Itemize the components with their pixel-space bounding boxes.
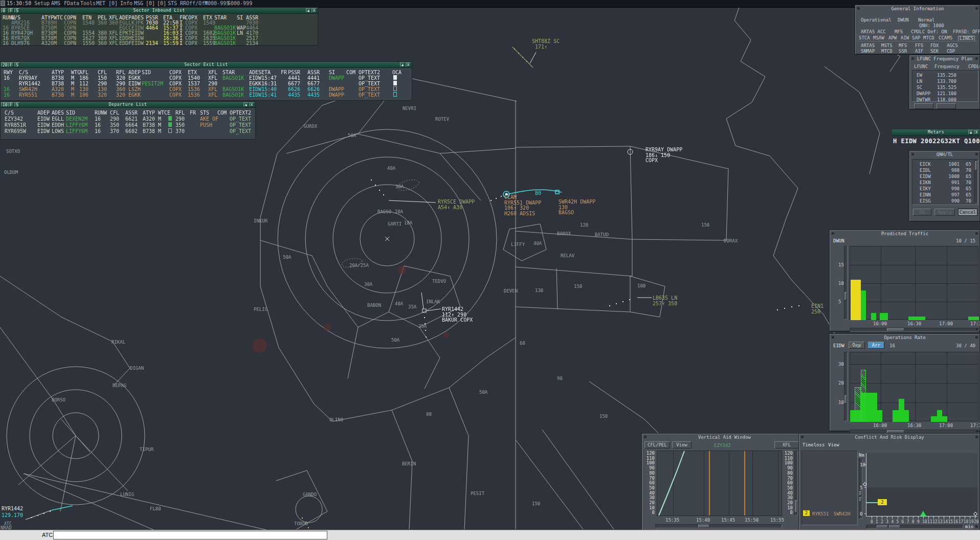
- departure-row0-cell-6[interactable]: 6621: [125, 117, 138, 122]
- exit-row0-cell-20[interactable]: OP_TEXT: [359, 76, 380, 81]
- departure-row0-cell-0[interactable]: EZY342: [5, 117, 23, 122]
- exit-row0-cell-3[interactable]: M: [71, 76, 74, 81]
- menu-item-rroffoff[interactable]: RROff/Off: [180, 1, 208, 7]
- exit-row0-cell-7[interactable]: EGKK: [128, 76, 141, 81]
- exit-row1-cell-7[interactable]: EIDW: [128, 81, 141, 86]
- exit-row0-cell-5[interactable]: 150: [98, 76, 107, 81]
- waypoint-depag[interactable]: DEPAG: [113, 384, 126, 388]
- exit-row3-cell-14[interactable]: 15:41: [261, 93, 277, 98]
- exit-row2-cell-13[interactable]: EIDW: [249, 87, 261, 92]
- exit-row2-cell-12[interactable]: BAGSO1K: [222, 87, 244, 92]
- waypoint-deven[interactable]: DEVEN: [504, 289, 518, 294]
- exit-row3-cell-12[interactable]: BAGSO1K: [222, 93, 244, 98]
- departure-row0-cell-14[interactable]: OP_TEXT: [230, 117, 251, 122]
- waypoint-inkur[interactable]: INKUR: [254, 219, 268, 223]
- waypoint-pesit[interactable]: PESIT: [471, 491, 484, 496]
- waypoint-borso[interactable]: BORSO: [52, 398, 65, 402]
- departure-row0-cell-7[interactable]: A320: [143, 117, 155, 122]
- menu-item-0[interactable]: [0]: [146, 1, 155, 7]
- departure-row2-cell-8[interactable]: M: [158, 129, 161, 134]
- vaw-vscrollbar[interactable]: [794, 451, 798, 516]
- qnh-row-qnh[interactable]: 1001: [944, 162, 960, 167]
- departure-close-icon[interactable]: X: [249, 102, 254, 107]
- conflict-entry-rank[interactable]: 2: [803, 510, 810, 516]
- departure-row2-cell-6[interactable]: 6602: [125, 129, 138, 134]
- departure-row2-cell-5[interactable]: 370: [110, 129, 119, 134]
- conflict-list-pane[interactable]: 2RYR551SWR42H: [801, 451, 858, 525]
- exit-row2-cell-9[interactable]: COPX: [169, 87, 182, 92]
- inbound-row4-cell-12[interactable]: I: [180, 41, 183, 46]
- conflict-entry-callsign1[interactable]: RYR551: [812, 511, 829, 516]
- exit-row0-cell-2[interactable]: B738: [52, 76, 64, 81]
- departure-row2-cell-10[interactable]: 370: [175, 129, 185, 134]
- freq-row-lfunc[interactable]: DWAPP: [917, 91, 930, 96]
- aircraft-label-80[interactable]: 80: [535, 191, 541, 196]
- inbound-minimize-icon[interactable]: ▲: [306, 8, 311, 13]
- inbound-row1-cell-10[interactable]: 4464: [146, 26, 158, 31]
- exit-row0-cell-10[interactable]: 1540: [188, 76, 200, 81]
- freq-row-lfunc[interactable]: DWTWR: [917, 97, 930, 102]
- inbound-row4-cell-6[interactable]: 360: [98, 41, 107, 46]
- window-conflict-risk-display[interactable]: Conflict And Risk DisplayTimelossView2RY…: [799, 434, 980, 540]
- aircraft-label-ryr1442[interactable]: RYR1442112↑ 290BAKUR COPX: [442, 307, 473, 323]
- aircraft-label-clam[interactable]: CLAMRYR551 DWAPP106↑ 320H260 ADSIS: [504, 195, 541, 216]
- window-metars[interactable]: Metars▲XH EIDW 20022G32KT Q1000: [892, 129, 980, 145]
- exit-row1-cell-11[interactable]: 290: [208, 81, 217, 86]
- freq-row-frequency[interactable]: 135.525: [937, 85, 956, 90]
- waypoint-rikal[interactable]: RIKAL: [112, 340, 125, 345]
- window-window-operations-rate[interactable]: Operations RateEIDWDepArr1630 / 40302010…: [830, 334, 980, 431]
- geninfo-item-msts[interactable]: MSTS: [881, 43, 893, 48]
- freq-row-frequency[interactable]: 135.250: [937, 73, 956, 78]
- exit-row3-cell-3[interactable]: M: [71, 93, 74, 98]
- geninfo-item-dwun[interactable]: DWUN: [898, 18, 909, 22]
- operations-rate-vscrollbar-thumb[interactable]: [844, 395, 847, 403]
- qnh-scrollbar-thumb[interactable]: [975, 161, 977, 170]
- departure-row0-cell-4[interactable]: 16: [95, 117, 101, 122]
- departure-row1-cell-7[interactable]: B738: [143, 123, 155, 128]
- waypoint-digan[interactable]: DIGAN: [130, 366, 144, 371]
- geninfo-item-sek[interactable]: SEK: [930, 49, 939, 54]
- exit-row2-cell-14[interactable]: 15:40: [261, 87, 277, 92]
- geninfo-item-ssr[interactable]: SSR: [899, 49, 907, 54]
- exit-row0-cell-0[interactable]: 16: [4, 76, 10, 81]
- exit-row0-cell-14[interactable]: 15:47: [261, 76, 277, 81]
- geninfo-item-stca[interactable]: STCA: [859, 36, 870, 40]
- departure-row1-cell-5[interactable]: 350: [110, 123, 119, 128]
- departure-row0-cell-3[interactable]: DEXEN2M: [66, 117, 87, 122]
- waypoint-barox[interactable]: BAROX: [557, 232, 571, 236]
- aircraft-label-ryr9ay[interactable]: RYR9AY DWAPP186↓ 150COPX: [645, 147, 682, 164]
- exit-row1-cell-2[interactable]: B738: [52, 81, 64, 86]
- geninfo-item-fpasdoff[interactable]: FPASD: OFF: [953, 30, 980, 34]
- window-departure[interactable]: 10FSDeparture List▲XC/SADEPADESSIDRUNWCF…: [0, 101, 256, 140]
- exit-row3-cell-4[interactable]: 106: [79, 93, 88, 98]
- departure-row1-cell-14[interactable]: OP_TEXT: [230, 123, 251, 128]
- conflict-view-label[interactable]: View: [828, 442, 839, 447]
- conflict-vslider-thumb2[interactable]: [859, 497, 862, 502]
- waypoint-gando[interactable]: GANDO: [303, 492, 317, 497]
- inbound-row4-cell-3[interactable]: M: [54, 41, 57, 46]
- exit-row0-cell-9[interactable]: COPX: [169, 76, 182, 81]
- inbound-row0-cell-6[interactable]: 360: [98, 20, 107, 26]
- waypoint-sotxo[interactable]: SOTXO: [6, 149, 20, 154]
- departure-row2-cell-4[interactable]: 16: [95, 129, 101, 134]
- departure-row2-cell-7[interactable]: B738: [143, 129, 155, 134]
- predicted-traffic-hscrollbar[interactable]: [850, 328, 978, 332]
- waypoint-batud[interactable]: BATUD: [595, 233, 609, 237]
- qnh-row-tl[interactable]: 65: [966, 174, 971, 179]
- qnh-row-station[interactable]: EINN: [920, 192, 931, 197]
- vaw-xfl-button[interactable]: XFL: [774, 441, 799, 448]
- aircraft-label-129.170[interactable]: 129.170: [2, 513, 23, 519]
- exit-row0-cell-18[interactable]: DWAPP: [329, 76, 344, 81]
- exit-row1-cell-16[interactable]: 6677: [288, 81, 300, 86]
- exit-row2-cell-6[interactable]: 360: [116, 87, 125, 92]
- waypoint-surox[interactable]: SUROX: [303, 124, 317, 129]
- exit-close-icon[interactable]: X: [406, 62, 411, 67]
- departure-row0-cell-1[interactable]: EIDW: [37, 117, 50, 122]
- inbound-row4-cell-14[interactable]: 1559: [203, 41, 215, 46]
- qnh-row-tl[interactable]: 65: [966, 192, 971, 197]
- waypoint-tipur[interactable]: TIPUR: [140, 447, 153, 452]
- vaw-hscrollbar[interactable]: [655, 524, 782, 528]
- geninfo-item-cdp[interactable]: CDP: [947, 49, 955, 54]
- departure-row0-cell-8[interactable]: M: [158, 117, 161, 122]
- departure-row2-cell-0[interactable]: RYR695W: [5, 129, 26, 134]
